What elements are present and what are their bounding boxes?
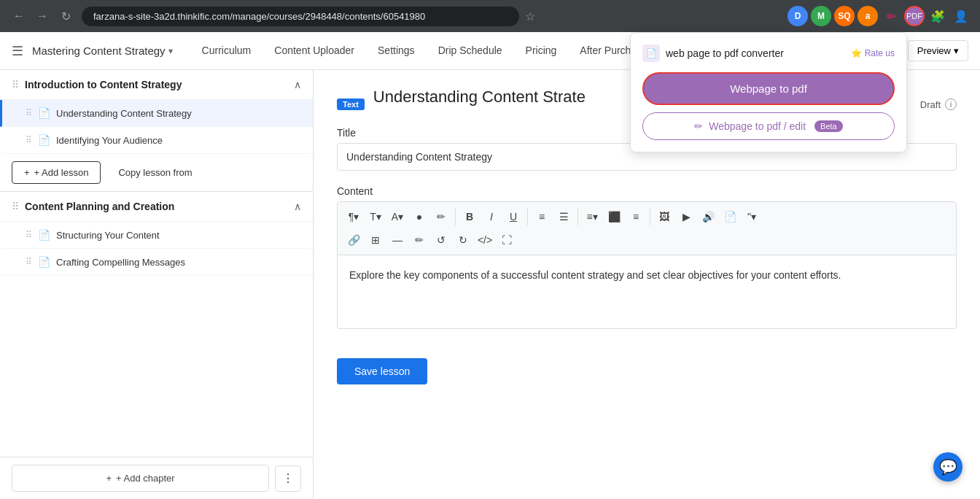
toolbar-outdent-btn[interactable]: ≡ (626, 206, 646, 227)
sidebar: ⠿ Introduction to Content Strategy ∧ ⠿ 📄… (0, 70, 314, 499)
lesson-text-icon-2: 📄 (38, 134, 50, 146)
toolbar-quote-btn[interactable]: "▾ (742, 206, 762, 227)
lesson-name-4: Crafting Compelling Messages (56, 257, 301, 268)
address-bar[interactable] (82, 7, 519, 26)
toolbar-redo-btn[interactable]: ↻ (453, 230, 473, 250)
chapter-1-header[interactable]: ⠿ Introduction to Content Strategy ∧ (0, 70, 313, 100)
lesson-item-structuring[interactable]: ⠿ 📄 Structuring Your Content (0, 222, 313, 249)
toolbar-undo-btn[interactable]: ↺ (431, 230, 451, 250)
back-button[interactable]: ← (9, 6, 29, 26)
toolbar-ordered-list-btn[interactable]: ≡ (532, 206, 552, 227)
course-title[interactable]: Mastering Content Strategy ▾ (32, 45, 173, 57)
chat-bubble[interactable]: 💬 (933, 452, 962, 481)
save-lesson-button[interactable]: Save lesson (337, 358, 427, 384)
toolbar-image-btn[interactable]: 🖼 (654, 206, 674, 227)
chapter-2-header[interactable]: ⠿ Content Planning and Creation ∧ (0, 192, 313, 222)
chapter-1-drag-handle: ⠿ (12, 79, 19, 90)
toolbar-link-btn[interactable]: 🔗 (343, 230, 364, 250)
toolbar-bold-btn[interactable]: B (459, 206, 480, 227)
editor-content[interactable]: Explore the key components of a successf… (338, 255, 956, 328)
add-lesson-plus-icon: + (24, 167, 30, 178)
lesson-item-crafting[interactable]: ⠿ 📄 Crafting Compelling Messages (0, 249, 313, 276)
tab-drip-schedule[interactable]: Drip Schedule (427, 32, 514, 70)
preview-label: Preview (917, 45, 951, 56)
content-form-group: Content ¶▾ T▾ A▾ ● ✏ B I U (337, 185, 957, 329)
toolbar-underline-btn[interactable]: U (503, 206, 524, 227)
toolbar-code-btn[interactable]: </> (475, 230, 495, 250)
preview-button[interactable]: Preview ▾ (908, 40, 968, 61)
toolbar-row-1: ¶▾ T▾ A▾ ● ✏ B I U ≡ ☰ (343, 206, 950, 227)
toolbar-fullscreen-btn[interactable]: ⛶ (497, 230, 517, 250)
toolbar-divider-1 (455, 208, 456, 225)
toolbar-video-btn[interactable]: ▶ (676, 206, 696, 227)
ext-icon-4[interactable]: a (858, 6, 878, 26)
toolbar-italic-btn[interactable]: I (481, 206, 502, 227)
editor-container: ¶▾ T▾ A▾ ● ✏ B I U ≡ ☰ (337, 201, 957, 329)
webpage-to-pdf-edit-button[interactable]: ✏ Webpage to pdf / edit Beta (642, 112, 895, 140)
chapter-2-title: Content Planning and Creation (25, 201, 294, 212)
toolbar-file-btn[interactable]: 📄 (720, 206, 740, 227)
lesson-drag-handle-1: ⠿ (26, 108, 32, 118)
browser-nav-buttons: ← → ↻ (9, 6, 76, 26)
chapter-more-button[interactable]: ⋮ (275, 465, 301, 492)
add-lesson-button[interactable]: + + Add lesson (12, 161, 101, 184)
pdf-secondary-btn-label: Webpage to pdf / edit (709, 120, 806, 132)
tab-pricing[interactable]: Pricing (514, 32, 569, 70)
tab-settings[interactable]: Settings (366, 32, 427, 70)
content-label: Content (337, 185, 957, 197)
webpage-to-pdf-button[interactable]: Webpage to pdf (642, 72, 895, 105)
pdf-popup: 📄 web page to pdf converter ⭐ Rate us We… (630, 32, 907, 152)
rate-us-button[interactable]: ⭐ Rate us (851, 48, 895, 58)
pdf-popup-icon: 📄 (642, 45, 660, 62)
chapter-1-collapse-icon[interactable]: ∧ (294, 79, 301, 90)
editor-text: Explore the key components of a successf… (349, 269, 841, 281)
content-lesson-title: Understanding Content Strate (373, 88, 586, 107)
ext-icon-1[interactable]: D (788, 6, 808, 26)
add-chapter-bar: + + Add chapter ⋮ (0, 457, 313, 499)
toolbar-highlight2-btn[interactable]: ✏ (409, 230, 429, 250)
ext-icon-3[interactable]: SQ (834, 6, 855, 26)
toolbar-text-size-btn[interactable]: T▾ (365, 206, 386, 227)
toolbar-pen-btn[interactable]: ✏ (431, 206, 451, 227)
ext-icon-profile[interactable]: 👤 (951, 6, 971, 26)
draft-label: Draft (920, 99, 941, 110)
preview-arrow: ▾ (954, 45, 959, 56)
ext-icon-5[interactable]: ✏ (881, 6, 901, 26)
browser-chrome: ← → ↻ ☆ D M SQ a ✏ PDF 🧩 👤 (0, 0, 980, 32)
toolbar-paragraph-btn[interactable]: ¶▾ (343, 206, 364, 227)
lesson-name-1: Understanding Content Strategy (56, 108, 301, 119)
add-chapter-button[interactable]: + + Add chapter (12, 465, 269, 492)
copy-lesson-button[interactable]: Copy lesson from (106, 161, 203, 184)
editor-toolbar: ¶▾ T▾ A▾ ● ✏ B I U ≡ ☰ (338, 202, 956, 255)
toolbar-font-color-btn[interactable]: A▾ (387, 206, 408, 227)
toolbar-hr-btn[interactable]: — (387, 230, 408, 250)
ext-icon-puzzle[interactable]: 🧩 (928, 6, 948, 26)
draft-info-icon[interactable]: i (945, 98, 957, 110)
toolbar-highlight-btn[interactable]: ● (409, 206, 429, 227)
rate-us-label: Rate us (865, 48, 895, 58)
toolbar-audio-btn[interactable]: 🔊 (698, 206, 718, 227)
hamburger-icon[interactable]: ☰ (12, 43, 23, 59)
refresh-button[interactable]: ↻ (55, 6, 76, 26)
toolbar-indent-btn[interactable]: ⬛ (604, 206, 624, 227)
save-lesson-label: Save lesson (354, 365, 410, 377)
ext-icon-2[interactable]: M (811, 6, 831, 26)
lesson-drag-handle-3: ⠿ (26, 230, 32, 240)
chapter-1-actions: + + Add lesson Copy lesson from (0, 154, 313, 192)
chat-bubble-icon: 💬 (939, 458, 957, 476)
forward-button[interactable]: → (32, 6, 52, 26)
tab-content-uploader[interactable]: Content Uploader (262, 32, 366, 70)
lesson-text-icon-1: 📄 (38, 107, 50, 119)
toolbar-align-btn[interactable]: ≡▾ (582, 206, 602, 227)
add-chapter-plus-icon: + (106, 473, 112, 484)
chapter-2-collapse-icon[interactable]: ∧ (294, 201, 301, 212)
toolbar-table-btn[interactable]: ⊞ (365, 230, 386, 250)
lesson-item-audience[interactable]: ⠿ 📄 Identifying Your Audience (0, 127, 313, 154)
content-type-badge: Text (337, 98, 365, 110)
tab-curriculum[interactable]: Curriculum (190, 32, 263, 70)
lesson-item-understanding[interactable]: ⠿ 📄 Understanding Content Strategy (0, 100, 313, 127)
ext-icon-pdf[interactable]: PDF (904, 6, 925, 26)
bookmark-icon[interactable]: ☆ (525, 9, 535, 23)
draft-badge: Draft i (920, 98, 957, 110)
toolbar-unordered-list-btn[interactable]: ☰ (553, 206, 574, 227)
